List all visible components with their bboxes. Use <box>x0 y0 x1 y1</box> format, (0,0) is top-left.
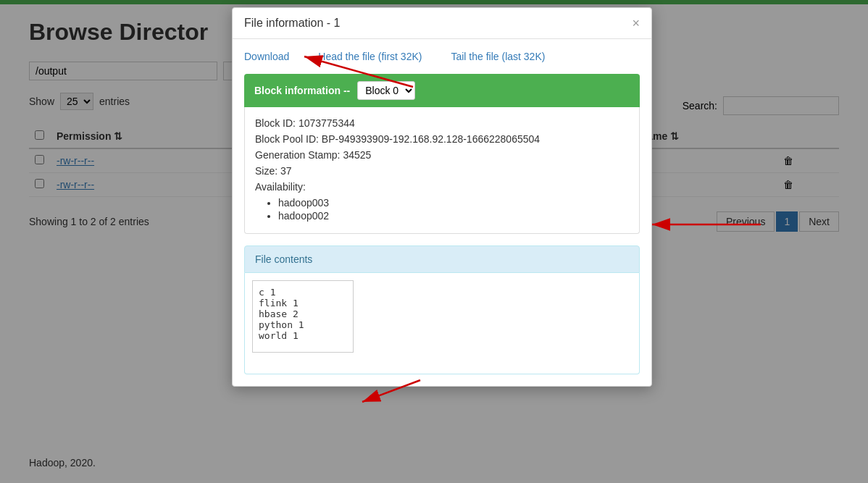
modal-links: Download Head the file (first 32K) Tail … <box>244 51 640 62</box>
file-contents-body: c 1 flink 1 hbase 2 python 1 world 1 <box>244 273 640 374</box>
block-select[interactable]: Block 0 <box>357 81 415 100</box>
availability-label: Availability: <box>255 181 629 193</box>
size: Size: 37 <box>255 165 629 177</box>
block-id: Block ID: 1073775344 <box>255 117 629 129</box>
node-2: hadoop002 <box>278 210 629 222</box>
file-content-box: c 1 flink 1 hbase 2 python 1 world 1 <box>252 280 354 353</box>
block-info-label: Block information -- <box>254 85 350 96</box>
modal-header: File information - 1 × <box>233 8 651 39</box>
file-contents-header: File contents <box>244 245 640 273</box>
availability-list: hadoop003 hadoop002 <box>255 197 629 222</box>
block-info-body: Block ID: 1073775344 Block Pool ID: BP-9… <box>244 107 640 234</box>
block-pool-id: Block Pool ID: BP-949393909-192.168.92.1… <box>255 133 629 145</box>
modal-title: File information - 1 <box>244 17 341 30</box>
block-info-header: Block information -- Block 0 <box>244 74 640 107</box>
generation-stamp: Generation Stamp: 34525 <box>255 149 629 161</box>
node-1: hadoop003 <box>278 197 629 209</box>
head-file-link[interactable]: Head the file (first 32K) <box>318 51 422 62</box>
modal-close-button[interactable]: × <box>632 17 640 30</box>
file-contents-label: File contents <box>255 253 312 265</box>
modal-body: Download Head the file (first 32K) Tail … <box>233 39 651 386</box>
tail-file-link[interactable]: Tail the file (last 32K) <box>451 51 545 62</box>
modal: File information - 1 × Download Head the… <box>232 7 652 387</box>
availability-section: Availability: hadoop003 hadoop002 <box>255 181 629 222</box>
file-content-text: c 1 flink 1 hbase 2 python 1 world 1 <box>259 287 347 341</box>
download-link[interactable]: Download <box>244 51 289 62</box>
